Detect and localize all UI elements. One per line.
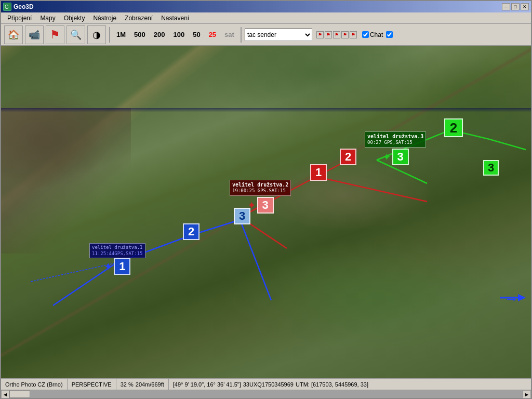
red-1-number: 1 (310, 164, 327, 181)
status-coords: [49° 9' 19.0", 16° 36' 41.5"] 33UXQ17503… (169, 379, 531, 390)
green-3-time: 00:27 GPS,SAT:15 (367, 140, 423, 146)
green-3-number: 3 (392, 149, 409, 165)
maximize-button[interactable]: □ (511, 3, 520, 10)
map-container[interactable]: velitel družstva.1 11:25:44GPS,SAT:15 ✦ … (1, 46, 531, 378)
search-button[interactable]: 🔍 (66, 25, 85, 44)
red-unit-1[interactable]: 1 (310, 164, 327, 181)
scroll-thumb[interactable] (9, 390, 30, 398)
red-3-title: velitel družstva.2 (232, 181, 288, 188)
scroll-left-button[interactable]: ◀ (1, 390, 9, 398)
dark-stripe-top (1, 108, 531, 112)
svg-text:G: G (5, 4, 9, 10)
menu-bar: Připojení Mapy Objekty Nástroje Zobrazen… (1, 12, 531, 24)
green-unit-3-right[interactable]: 3 (483, 160, 499, 176)
red-unit-2[interactable]: 2 (340, 149, 356, 165)
scale-sat[interactable]: sat (221, 29, 237, 41)
home-button[interactable]: 🏠 (4, 25, 23, 44)
blue-unit-1[interactable]: velitel družstva.1 11:25:44GPS,SAT:15 ✦ … (89, 243, 145, 275)
red-3-number: 3 (257, 197, 274, 214)
menu-nastroje[interactable]: Nástroje (89, 14, 121, 23)
flag-cb2[interactable]: ⚑ (325, 31, 332, 38)
green-unit-3-info[interactable]: velitel družstva.3 00:27 GPS,SAT:15 ✦ 3 (365, 131, 426, 165)
scrollbar-horizontal: ◀ ▶ (1, 390, 531, 398)
blue-unit-2[interactable]: 2 (183, 223, 200, 240)
scale-100[interactable]: 100 (170, 29, 188, 41)
menu-mapy[interactable]: Mapy (36, 14, 59, 23)
scroll-right-button[interactable]: ▶ (523, 390, 531, 398)
status-distance: 204m/669ft (136, 381, 164, 388)
menu-pripojeni[interactable]: Připojení (3, 14, 36, 23)
red-3-info: velitel družstva.2 19:00:25 GPS.SAT:15 (230, 180, 291, 196)
toolbar: 🏠 📹 ⚑ 🔍 ◑ 1M 500 200 100 50 25 sat tac s… (1, 24, 531, 46)
blue-1-title: velitel družstva.1 (92, 245, 143, 251)
red-2-number: 2 (340, 149, 356, 165)
extra-checkbox[interactable] (386, 31, 393, 38)
app-icon: G (3, 3, 11, 11)
status-bar: Ortho Photo CZ (Brno) PERSPECTIVE 32 % 2… (1, 378, 531, 390)
status-view: PERSPECTIVE (68, 379, 116, 390)
green-2-number: 2 (444, 118, 463, 137)
scale-25[interactable]: 25 (206, 29, 219, 41)
status-zoom: 32 % 204m/669ft (116, 379, 169, 390)
blue-2-number: 2 (183, 223, 200, 240)
app-window: G Geo3D ─ □ ✕ Připojení Mapy Objekty Nás… (0, 0, 532, 399)
scroll-track[interactable] (9, 390, 523, 398)
menu-objekty[interactable]: Objekty (60, 14, 89, 23)
menu-zobrazeni[interactable]: Zobrazení (121, 14, 157, 23)
flag-cb3[interactable]: ⚑ (333, 31, 340, 38)
scale-1m[interactable]: 1M (113, 29, 129, 41)
title-bar: G Geo3D ─ □ ✕ (1, 1, 531, 12)
window-title: Geo3D (14, 3, 34, 10)
flag-cb5[interactable]: ⚑ (350, 31, 357, 38)
flag-cb1[interactable]: ⚑ (316, 31, 324, 38)
chat-checkbox[interactable] (362, 31, 369, 38)
menu-nastaveni[interactable]: Nastavení (157, 14, 193, 23)
flag-button[interactable]: ⚑ (46, 25, 64, 44)
green-3-info: velitel družstva.3 00:27 GPS,SAT:15 (365, 131, 426, 148)
chat-label: Chat (370, 31, 383, 38)
blue-1-info: velitel družstva.1 11:25:44GPS,SAT:15 (89, 243, 145, 258)
toolbar-separator2 (241, 27, 242, 43)
minimize-button[interactable]: ─ (502, 3, 510, 10)
toolbar-separator (109, 27, 110, 43)
green-unit-2[interactable]: 2 (444, 118, 463, 137)
scale-500[interactable]: 500 (131, 29, 149, 41)
green-3-title: velitel družstva.3 (367, 133, 423, 140)
scale-200[interactable]: 200 (151, 29, 168, 41)
contrast-button[interactable]: ◑ (87, 25, 106, 44)
status-source: Ortho Photo CZ (Brno) (1, 379, 68, 390)
flag-checkboxes: ⚑ ⚑ ⚑ ⚑ ⚑ (316, 31, 357, 38)
tac-sender-dropdown[interactable]: tac sender option2 (245, 29, 312, 41)
urban-area-left (1, 108, 131, 254)
flag-cb4[interactable]: ⚑ (341, 31, 349, 38)
scale-50[interactable]: 50 (190, 29, 203, 41)
chat-checkbox-group: Chat (362, 31, 393, 38)
blue-1-number: 1 (114, 258, 130, 275)
red-3-time: 19:00:25 GPS.SAT:15 (232, 188, 288, 194)
blue-1-time: 11:25:44GPS,SAT:15 (92, 251, 143, 257)
close-button[interactable]: ✕ (521, 3, 529, 10)
green-3-right-number: 3 (483, 160, 499, 176)
red-unit-3[interactable]: velitel družstva.2 19:00:25 GPS.SAT:15 ✦… (230, 180, 291, 214)
blue-arrow-marker: → (504, 291, 518, 308)
camera-button[interactable]: 📹 (25, 25, 44, 44)
